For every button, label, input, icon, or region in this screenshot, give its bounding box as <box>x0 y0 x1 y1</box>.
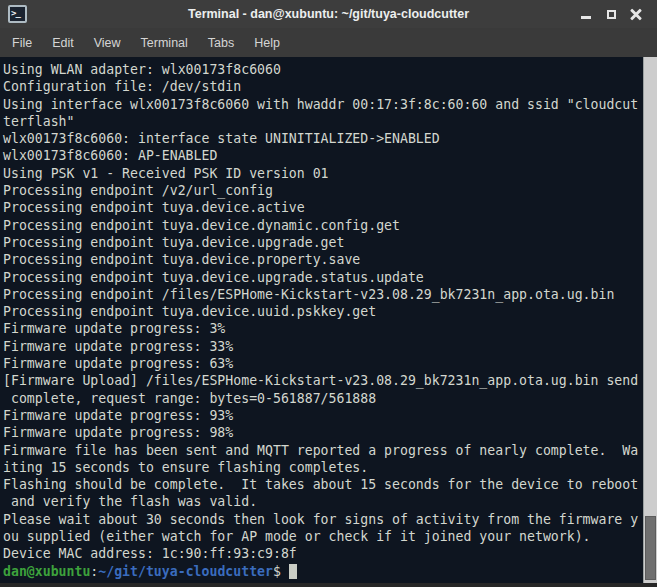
terminal-line: Processing endpoint tuya.device.upgrade.… <box>3 269 643 286</box>
minimize-icon <box>581 16 591 19</box>
terminal-line: Processing endpoint tuya.device.dynamic.… <box>3 217 643 234</box>
terminal-line: Using PSK v1 - Received PSK ID version 0… <box>3 165 643 182</box>
menu-edit[interactable]: Edit <box>42 31 84 55</box>
terminal-line: Processing endpoint /v2/url_config <box>3 182 643 199</box>
terminal-window: >_ Terminal - dan@xubuntu: ~/git/tuya-cl… <box>0 0 657 587</box>
menu-help[interactable]: Help <box>244 31 290 55</box>
terminal-line: wlx00173f8c6060: AP-ENABLED <box>3 147 643 164</box>
terminal-line: Firmware update progress: 93% <box>3 407 643 424</box>
terminal-line: Using interface wlx00173f8c6060 with hwa… <box>3 96 643 113</box>
menu-view[interactable]: View <box>84 31 131 55</box>
terminal-line: ou supplied (either watch for AP mode or… <box>3 528 643 545</box>
terminal-icon: >_ <box>8 5 27 23</box>
terminal-cursor <box>289 564 297 579</box>
terminal-screen[interactable]: Using WLAN adapter: wlx00173f8c6060 Conf… <box>0 57 643 583</box>
maximize-icon <box>607 10 616 19</box>
terminal-icon-glyph: >_ <box>10 7 20 20</box>
window-bottom-edge <box>0 583 657 587</box>
titlebar[interactable]: >_ Terminal - dan@xubuntu: ~/git/tuya-cl… <box>0 0 657 28</box>
terminal-line: Firmware update progress: 3% <box>3 320 643 337</box>
menu-terminal[interactable]: Terminal <box>131 31 198 55</box>
terminal-line: Processing endpoint tuya.device.active <box>3 199 643 216</box>
terminal-line: Processing endpoint tuya.device.uuid.psk… <box>3 303 643 320</box>
menu-file[interactable]: File <box>2 31 42 55</box>
window-title: Terminal - dan@xubuntu: ~/git/tuya-cloud… <box>0 0 657 28</box>
terminal-line: Using WLAN adapter: wlx00173f8c6060 <box>3 61 643 78</box>
terminal-line: complete, request range: bytes=0-561887/… <box>3 390 643 407</box>
scrollbar-thumb[interactable] <box>645 516 656 580</box>
prompt-line: dan@xubuntu:~/git/tuya-cloudcutter$ <box>3 563 643 580</box>
prompt-user-host: dan@xubuntu <box>3 564 90 579</box>
prompt-path: ~/git/tuya-cloudcutter <box>98 564 273 579</box>
terminal-line: Firmware update progress: 33% <box>3 338 643 355</box>
terminal-line: Processing endpoint tuya.device.upgrade.… <box>3 234 643 251</box>
close-icon <box>630 8 642 20</box>
terminal-area: Using WLAN adapter: wlx00173f8c6060 Conf… <box>0 57 657 587</box>
prompt-symbol: $ <box>273 564 281 579</box>
menubar: File Edit View Terminal Tabs Help <box>0 28 657 57</box>
terminal-line: Firmware update progress: 98% <box>3 424 643 441</box>
terminal-line: wlx00173f8c6060: interface state UNINITI… <box>3 130 643 147</box>
terminal-line: Firmware update progress: 63% <box>3 355 643 372</box>
terminal-line: [Firmware Upload] /files/ESPHome-Kicksta… <box>3 372 643 389</box>
terminal-line: Processing endpoint /files/ESPHome-Kicks… <box>3 286 643 303</box>
close-button[interactable] <box>627 5 645 23</box>
terminal-line: Firmware file has been sent and MQTT rep… <box>3 442 643 459</box>
terminal-line: Configuration file: /dev/stdin <box>3 78 643 95</box>
scrollbar-track[interactable] <box>643 57 657 583</box>
terminal-line: Please wait about 30 seconds then look f… <box>3 511 643 528</box>
maximize-button[interactable] <box>602 5 620 23</box>
terminal-line: Flashing should be complete. It takes ab… <box>3 476 643 493</box>
menu-tabs[interactable]: Tabs <box>198 31 244 55</box>
terminal-line: Processing endpoint tuya.device.property… <box>3 251 643 268</box>
terminal-line: terflash" <box>3 113 643 130</box>
minimize-button[interactable] <box>577 5 595 23</box>
terminal-line: iting 15 seconds to ensure flashing comp… <box>3 459 643 476</box>
terminal-line: and verify the flash was valid. <box>3 493 643 510</box>
terminal-line: Device MAC address: 1c:90:ff:93:c9:8f <box>3 545 643 562</box>
window-controls <box>577 5 657 23</box>
